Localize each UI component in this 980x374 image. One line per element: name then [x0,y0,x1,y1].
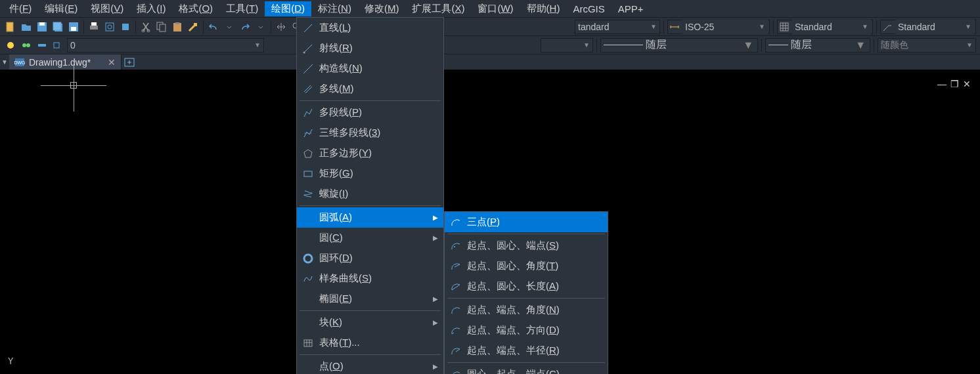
svg-rect-6 [71,27,76,31]
toolbar-layers: 0▼ ▼ 随层 ▼ 随层 ▼ 随颜色▼ [0,35,980,54]
dimension-icon [668,20,681,33]
copy-button[interactable] [154,20,169,34]
textstyle-combo[interactable]: tandard▼ [575,20,660,34]
new-tab-button[interactable] [122,54,137,70]
menu-window[interactable]: 窗口(W) [471,1,520,16]
menu-item-spline[interactable]: 样条曲线(S) [297,268,443,289]
menu-item-mline[interactable]: 多线(M) [297,79,443,99]
submenu-item-arc-3points[interactable]: 三点(P) [445,212,608,232]
menu-item-polygon[interactable]: 正多边形(Y) [297,143,443,163]
document-tab[interactable]: DWG Drawing1.dwg* ✕ [9,54,122,70]
submenu-item-arc-sca[interactable]: 起点、圆心、角度(T) [445,256,608,276]
svg-rect-2 [39,22,45,26]
layer-manager-button[interactable] [3,38,18,52]
mleader-icon [881,20,894,33]
submenu-item-arc-cse[interactable]: 圆心、起点、端点(C) [445,364,608,374]
menu-item-donut[interactable]: 圆环(D) [297,248,443,268]
menu-appplus[interactable]: APP+ [612,2,650,16]
submenu-item-arc-sce[interactable]: 起点、圆心、端点(S) [445,236,608,256]
circle-icon [301,231,315,245]
matchprop-button[interactable] [186,20,200,34]
doc-close-button[interactable]: ✕ [963,79,971,89]
submenu-item-arc-ser[interactable]: 起点、端点、半径(R) [445,341,608,361]
doc-minimize-button[interactable]: — [937,79,947,89]
menu-format[interactable]: 格式(O) [172,1,219,16]
color-combo-left[interactable]: ▼ [541,38,593,52]
pan-button[interactable] [274,20,288,34]
redo-button[interactable] [238,20,252,34]
layer-prev-button[interactable] [51,38,65,52]
menu-file[interactable]: 件(F) [3,1,38,16]
menu-tools[interactable]: 工具(T) [219,1,265,16]
plotstyle-combo[interactable]: 随颜色▼ [878,38,976,52]
toolbar-standard: tandard▼ ISO-25▼ Standard▼ Standard▼ [0,17,980,35]
dimstyle-value: ISO-25 [685,22,714,32]
svg-rect-8 [91,22,97,26]
svg-marker-33 [304,150,312,157]
dwg-file-icon: DWG [14,58,25,67]
lineweight-value: 随层 [791,38,851,52]
arc-sca-icon [449,259,463,274]
saveas-button[interactable] [66,20,81,34]
new-button[interactable] [3,20,18,34]
menu-item-line[interactable]: 直线(L) [297,18,443,38]
arc-cse-icon [449,367,463,375]
3dpoly-icon [301,126,315,140]
menu-item-block[interactable]: 块(K) ▶ [297,312,443,333]
submenu-item-arc-sed[interactable]: 起点、端点、方向(D) [445,320,608,341]
print-button[interactable] [87,20,101,34]
layer-states-button[interactable] [19,38,33,52]
menu-bar: 件(F) 编辑(E) 视图(V) 插入(I) 格式(O) 工具(T) 绘图(D)… [0,0,980,17]
submenu-item-arc-sea[interactable]: 起点、端点、角度(N) [445,300,608,320]
layer-combo[interactable]: 0▼ [67,38,264,52]
tab-list-dropdown[interactable]: ▼ [0,54,9,70]
svg-point-24 [7,42,14,49]
block-icon [301,316,315,330]
undo-drop[interactable] [222,20,236,34]
menu-item-point[interactable]: 点(O) ▶ [297,356,443,374]
undo-button[interactable] [206,20,221,34]
menu-dimension[interactable]: 标注(N) [311,1,358,16]
layer-iso-button[interactable] [35,38,49,52]
menu-item-xline[interactable]: 构造线(N) [297,58,443,79]
menu-item-ellipse[interactable]: 椭圆(E) ▶ [297,289,443,309]
dimstyle-combo[interactable]: ISO-25▼ [667,20,770,34]
menu-item-helix[interactable]: 螺旋(I) [297,184,443,204]
redo-drop[interactable] [254,20,268,34]
tablestyle-combo[interactable]: Standard▼ [777,20,873,34]
point-icon [301,360,315,374]
save-button[interactable] [35,20,49,34]
menu-item-pline[interactable]: 多段线(P) [297,102,443,123]
paste-button[interactable] [170,20,185,34]
menu-help[interactable]: 帮助(H) [520,1,567,16]
menu-item-table[interactable]: 表格(T)... [297,333,443,353]
menu-item-3dpoly[interactable]: 三维多段线(3) [297,123,443,143]
menu-view[interactable]: 视图(V) [84,1,130,16]
mleaderstyle-combo[interactable]: Standard▼ [880,20,976,34]
menu-arcgis[interactable]: ArcGIS [566,2,611,16]
doc-restore-button[interactable]: ❐ [950,79,959,89]
menu-item-arc[interactable]: 圆弧(A) ▶ [297,207,443,228]
menu-item-ray[interactable]: 射线(R) [297,38,443,58]
linetype-combo[interactable]: 随层 ▼ [600,38,758,52]
svg-rect-27 [38,44,46,47]
menu-item-rectangle[interactable]: 矩形(G) [297,163,443,184]
tab-close-button[interactable]: ✕ [108,57,116,68]
menu-draw[interactable]: 绘图(D) [265,1,311,16]
open-button[interactable] [19,20,33,34]
publish-button[interactable] [118,20,133,34]
lineweight-combo[interactable]: 随层 ▼ [765,38,870,52]
print-preview-button[interactable] [102,20,117,34]
menu-express[interactable]: 扩展工具(X) [405,1,471,16]
saveall-button[interactable] [51,20,65,34]
menu-item-circle[interactable]: 圆(C) ▶ [297,228,443,248]
cut-button[interactable] [139,20,153,34]
submenu-item-arc-scl[interactable]: 起点、圆心、长度(A) [445,276,608,297]
menu-edit[interactable]: 编辑(E) [38,1,84,16]
menu-modify[interactable]: 修改(M) [358,1,406,16]
menu-insert[interactable]: 插入(I) [130,1,172,16]
svg-point-10 [108,25,112,29]
arc-sed-icon [449,323,463,338]
ucs-icon: Y [8,356,13,366]
svg-text:DWG: DWG [14,60,25,65]
